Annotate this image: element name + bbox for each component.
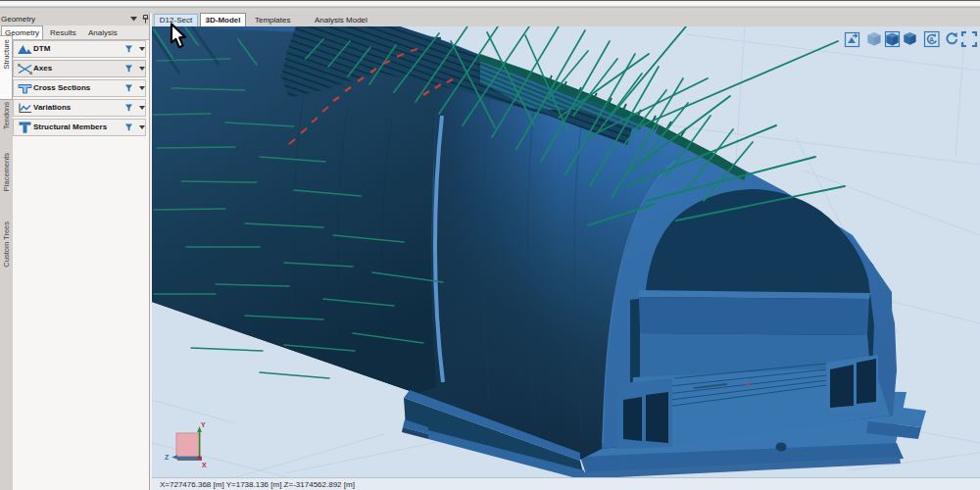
svg-text:X: X bbox=[202, 462, 207, 468]
svg-text:A: A bbox=[929, 36, 934, 43]
svg-text:Y: Y bbox=[201, 421, 206, 428]
svg-text:Z: Z bbox=[165, 454, 170, 461]
